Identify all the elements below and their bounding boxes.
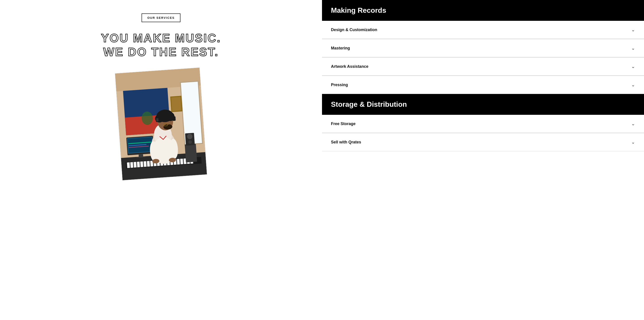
svg-rect-18 <box>137 162 140 167</box>
svg-rect-19 <box>140 161 143 167</box>
accordion-header-free-storage[interactable]: Free Storage ⌄ <box>322 115 644 133</box>
accordion-design-customization[interactable]: Design & Customization ⌄ <box>322 21 644 39</box>
headline: YOU MAKE MUSIC. WE DO THE REST. <box>101 31 221 59</box>
svg-rect-30 <box>177 159 180 165</box>
accordion-mastering[interactable]: Mastering ⌄ <box>322 39 644 57</box>
right-panel: Making Records Design & Customization ⌄ … <box>322 0 644 320</box>
svg-rect-31 <box>180 158 183 164</box>
chevron-down-icon: ⌄ <box>631 121 635 126</box>
chevron-down-icon: ⌄ <box>631 64 635 69</box>
accordion-header-pressing[interactable]: Pressing ⌄ <box>322 76 644 94</box>
chevron-down-icon: ⌄ <box>631 27 635 33</box>
accordion-header-sell-with-qrates[interactable]: Sell with Qrates ⌄ <box>322 133 644 151</box>
svg-rect-12 <box>171 97 182 111</box>
section-header-making-records: Making Records <box>322 0 644 21</box>
accordion-free-storage[interactable]: Free Storage ⌄ <box>322 115 644 133</box>
accordion-header-design-customization[interactable]: Design & Customization ⌄ <box>322 21 644 39</box>
svg-rect-20 <box>144 161 147 167</box>
left-panel: OUR SERVICES YOU MAKE MUSIC. WE DO THE R… <box>0 0 322 320</box>
headline-line1: YOU MAKE MUSIC. <box>101 31 221 45</box>
svg-rect-61 <box>185 144 197 162</box>
accordion-pressing[interactable]: Pressing ⌄ <box>322 76 644 94</box>
accordion-header-mastering[interactable]: Mastering ⌄ <box>322 39 644 57</box>
svg-rect-54 <box>172 116 176 121</box>
headline-line2: WE DO THE REST. <box>101 45 221 59</box>
svg-rect-16 <box>130 162 133 168</box>
accordion-sell-with-qrates[interactable]: Sell with Qrates ⌄ <box>322 133 644 151</box>
accordion-header-artwork-assistance[interactable]: Artwork Assistance ⌄ <box>322 58 644 75</box>
svg-rect-15 <box>127 162 130 168</box>
chevron-down-icon: ⌄ <box>631 82 635 88</box>
chevron-down-icon: ⌄ <box>631 46 635 51</box>
svg-rect-21 <box>147 161 150 167</box>
svg-rect-55 <box>156 118 158 122</box>
svg-rect-17 <box>134 162 137 168</box>
chevron-down-icon: ⌄ <box>631 139 635 145</box>
studio-photo <box>117 69 206 179</box>
section-header-storage-distribution: Storage & Distribution <box>322 94 644 115</box>
accordion-artwork-assistance[interactable]: Artwork Assistance ⌄ <box>322 58 644 76</box>
our-services-badge: OUR SERVICES <box>142 14 180 22</box>
studio-photo-svg <box>115 67 207 180</box>
